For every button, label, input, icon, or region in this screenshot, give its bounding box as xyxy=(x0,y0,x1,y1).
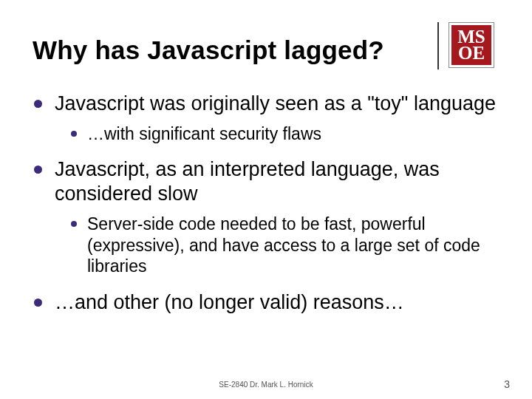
footer-text: SE-2840 Dr. Mark L. Hornick xyxy=(0,381,532,389)
sub-bullet-item: Server-side code needed to be fast, powe… xyxy=(55,214,499,277)
slide: Why has Javascript lagged? MS OE Javascr… xyxy=(0,0,532,399)
title-separator xyxy=(437,22,439,69)
logo-wrap: MS OE xyxy=(437,21,499,69)
bullet-list: Javascript was originally seen as a "toy… xyxy=(33,92,499,315)
bullet-text: …and other (no longer valid) reasons… xyxy=(55,291,404,313)
bullet-text: Javascript, as an interpreted language, … xyxy=(55,158,440,205)
page-number: 3 xyxy=(504,378,510,390)
sub-bullet-text: …with significant security flaws xyxy=(87,124,321,143)
sub-bullet-list: Server-side code needed to be fast, powe… xyxy=(55,214,499,277)
title-row: Why has Javascript lagged? MS OE xyxy=(33,21,499,75)
slide-title: Why has Javascript lagged? xyxy=(33,21,384,75)
content: Javascript was originally seen as a "toy… xyxy=(33,75,499,315)
bullet-text: Javascript was originally seen as a "toy… xyxy=(55,92,496,115)
sub-bullet-item: …with significant security flaws xyxy=(55,123,499,145)
logo-line-2: OE xyxy=(458,45,485,61)
bullet-item: Javascript, as an interpreted language, … xyxy=(33,157,499,276)
bullet-item: Javascript was originally seen as a "toy… xyxy=(33,92,499,144)
sub-bullet-text: Server-side code needed to be fast, powe… xyxy=(87,214,480,276)
sub-bullet-list: …with significant security flaws xyxy=(55,123,499,145)
bullet-item: …and other (no longer valid) reasons… xyxy=(33,290,499,315)
msoe-logo: MS OE xyxy=(449,23,494,67)
